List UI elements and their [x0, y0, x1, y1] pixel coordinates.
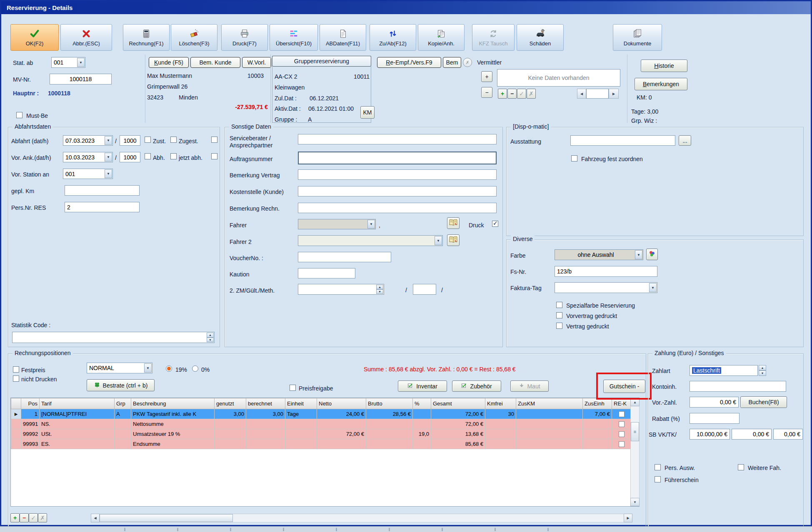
- fahrer-lookup-button[interactable]: [447, 217, 460, 229]
- spinner[interactable]: ▲▼: [376, 285, 383, 294]
- extra-checkbox[interactable]: [211, 153, 217, 159]
- column-header-genutzt[interactable]: genutzt: [215, 398, 246, 409]
- column-header-kmfrei[interactable]: Kmfrei: [485, 398, 516, 409]
- chevron-down-icon[interactable]: ▼: [635, 250, 642, 259]
- down-arrow-icon[interactable]: ▼: [759, 370, 766, 376]
- column-header-tarif[interactable]: Tarif: [40, 398, 115, 409]
- nav-next-button[interactable]: ▶: [609, 89, 619, 99]
- table-row[interactable]: 99992 USt. Umsatzsteuer 19 % 72,00 € 19,…: [11, 429, 631, 439]
- abfahrt-date-select[interactable]: 07.03.2023 ▼: [63, 135, 113, 146]
- ok-button[interactable]: OK(F2): [10, 24, 59, 51]
- chevron-down-icon[interactable]: ▼: [649, 283, 657, 292]
- vertrag-checkbox[interactable]: [556, 323, 562, 329]
- nav-prev-button[interactable]: ◀: [577, 89, 586, 99]
- chevron-down-icon[interactable]: ▼: [367, 220, 375, 229]
- fahrer-select[interactable]: ▼: [298, 219, 376, 229]
- zahlart-spinner[interactable]: ▲▼: [759, 365, 766, 376]
- zugest-checkbox[interactable]: [170, 137, 177, 143]
- group-reservation-header[interactable]: Gruppenreservierung: [272, 56, 371, 67]
- scroll-right-button[interactable]: ▶: [624, 514, 632, 522]
- add-record-button[interactable]: +: [498, 89, 507, 99]
- inventar-button[interactable]: Inventar: [398, 380, 447, 392]
- re-k-checkbox[interactable]: [619, 441, 625, 447]
- remarks-button[interactable]: Bemerkungen: [635, 78, 687, 90]
- gepl-km-field[interactable]: [65, 185, 140, 196]
- vertical-scroll-thumb[interactable]: ≡: [631, 422, 639, 441]
- sb-value-2-field[interactable]: 0,00 €: [732, 429, 772, 440]
- re-empf-button[interactable]: Re-Empf./Vers.F9: [377, 57, 441, 68]
- re-k-checkbox[interactable]: [619, 411, 625, 417]
- up-arrow-icon[interactable]: ▲: [207, 333, 214, 338]
- festpreis-checkbox[interactable]: [13, 366, 19, 373]
- buchen-button[interactable]: Buchen(F8): [740, 396, 787, 408]
- kostenstelle-field[interactable]: [298, 186, 497, 196]
- bemerkung-vertrag-field[interactable]: [298, 169, 497, 180]
- vat19-radio[interactable]: [166, 365, 172, 372]
- fs-nr-field[interactable]: 123/b: [555, 266, 657, 277]
- nav-position-field[interactable]: [586, 89, 609, 99]
- chevron-down-icon[interactable]: ▼: [105, 153, 112, 162]
- voucher-field[interactable]: [298, 252, 391, 262]
- horizontal-scroll-thumb[interactable]: [100, 514, 233, 522]
- ausstattung-field[interactable]: [570, 135, 675, 146]
- pers-ausw-checkbox[interactable]: [655, 464, 661, 470]
- column-header-zuskm[interactable]: ZusKM: [516, 398, 583, 409]
- zm-field[interactable]: ▲▼: [298, 284, 384, 295]
- column-header-netto[interactable]: Netto: [317, 398, 366, 409]
- bestrate-button[interactable]: Bestrate (ctrl + b): [87, 379, 155, 391]
- column-header-zuseinh[interactable]: ZusEinh: [583, 398, 612, 409]
- column-header-pos[interactable]: Pos: [21, 398, 40, 409]
- wvorl-button[interactable]: W.Vorl.: [242, 57, 271, 68]
- re-k-checkbox[interactable]: [619, 421, 625, 427]
- column-header-berechnet[interactable]: berechnet: [246, 398, 285, 409]
- chevron-down-icon[interactable]: ▼: [77, 58, 85, 67]
- scroll-down-button[interactable]: ▼: [630, 498, 640, 506]
- abdata-button[interactable]: ABDaten(F11): [320, 24, 366, 51]
- title-bar[interactable]: Reservierung - Details: [1, 1, 811, 14]
- jetzt-abh-checkbox[interactable]: [170, 153, 177, 159]
- customer-button[interactable]: Kunde (F5): [149, 57, 189, 68]
- mv-nr-field[interactable]: 1000118: [50, 74, 112, 85]
- auftragsnummer-field[interactable]: [298, 152, 497, 164]
- preisfreigabe-checkbox[interactable]: [290, 385, 296, 391]
- vermittler-plus-button[interactable]: +: [481, 71, 492, 82]
- farbe-select[interactable]: ohne Auswahl ▼: [555, 249, 643, 260]
- rabatt-field[interactable]: [690, 413, 740, 424]
- vor-zahl-field[interactable]: 0,00 €: [690, 397, 739, 408]
- weitere-fah-checkbox[interactable]: [738, 464, 744, 470]
- table-row[interactable]: ▶ 1 [NORMAL]PTFREI A PKW Tagestarif inkl…: [11, 409, 631, 419]
- zust-checkbox[interactable]: [145, 137, 151, 143]
- clear-button[interactable]: ✗: [463, 58, 472, 67]
- delete-button[interactable]: Löschen(F3): [171, 24, 217, 51]
- down-arrow-icon[interactable]: ▼: [376, 289, 383, 294]
- statistik-code-field[interactable]: ▲▼: [12, 332, 215, 343]
- up-arrow-icon[interactable]: ▲: [759, 365, 766, 370]
- vat0-radio[interactable]: [192, 365, 198, 372]
- km-button[interactable]: KM: [360, 106, 375, 119]
- overview-button[interactable]: Übersicht(F10): [270, 24, 318, 51]
- table-row[interactable]: 99991 NS. Nettosumme 72,00 €: [11, 419, 631, 429]
- column-header-grp[interactable]: Grp: [115, 398, 131, 409]
- customer-note-button[interactable]: Bem. Kunde: [190, 57, 240, 68]
- column-header-gesamt[interactable]: Gesamt: [431, 398, 485, 409]
- zm-extra-field[interactable]: [413, 284, 436, 295]
- chevron-down-icon[interactable]: ▼: [105, 136, 112, 145]
- print-button[interactable]: Druck(F7): [221, 24, 268, 51]
- copy-attachment-button[interactable]: Kopie/Anh.: [418, 24, 465, 51]
- add-position-button[interactable]: +: [10, 513, 20, 522]
- nicht-drucken-checkbox[interactable]: [13, 375, 19, 382]
- vorvertrag-checkbox[interactable]: [556, 312, 562, 318]
- chevron-down-icon[interactable]: ▼: [105, 169, 112, 178]
- cancel-button[interactable]: Abbr.(ESC): [60, 24, 112, 51]
- documents-button[interactable]: Dokumente: [613, 24, 662, 51]
- invoice-button[interactable]: Rechnung(F1): [123, 24, 170, 51]
- zuab-button[interactable]: Zu/Ab(F12): [370, 24, 416, 51]
- extra-checkbox[interactable]: [211, 137, 217, 143]
- history-button[interactable]: Historie: [641, 60, 687, 72]
- faktura-tag-select[interactable]: ▼: [555, 282, 657, 293]
- fahrer2-select[interactable]: ▼: [298, 235, 443, 246]
- column-header-prozent[interactable]: %: [413, 398, 431, 409]
- druck-checkbox[interactable]: [492, 221, 498, 227]
- fahrer2-lookup-button[interactable]: [447, 234, 460, 246]
- damages-button[interactable]: Schäden: [517, 24, 564, 51]
